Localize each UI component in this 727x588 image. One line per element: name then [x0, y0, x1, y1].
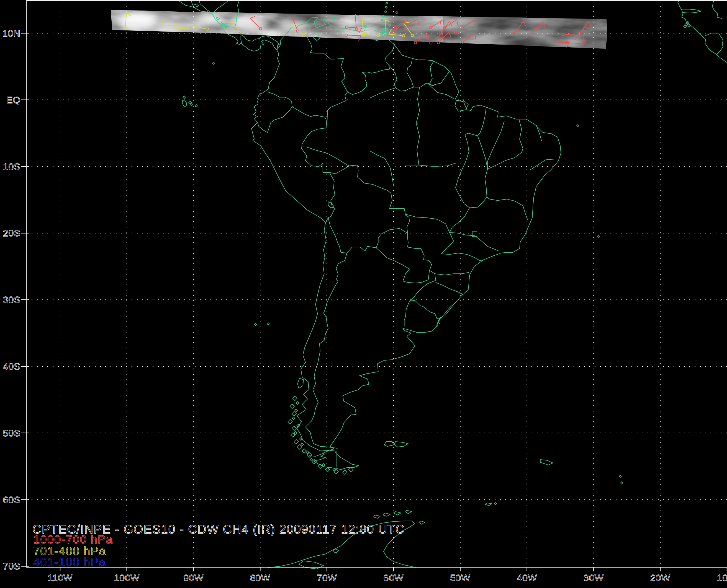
cloud-blob	[278, 20, 309, 33]
cloud-blob	[119, 28, 141, 38]
africa-west-coast	[678, 1, 727, 71]
legend-item-low-level: 1000-700 hPa	[33, 533, 113, 546]
chilean-fjord-islands-2	[294, 432, 297, 435]
axis-frame-and-ticks	[21, 1, 727, 571]
cloud-blob	[154, 20, 184, 35]
cloud-blob	[180, 21, 202, 32]
cocos-island	[213, 62, 215, 64]
border-guyana-suriname	[407, 60, 413, 87]
lat-label: 60S	[3, 495, 21, 505]
lat-label: 50S	[3, 428, 21, 438]
chilean-fjord-islands	[343, 470, 347, 475]
south-shetland-4	[405, 510, 411, 513]
south-shetland-2	[383, 513, 390, 516]
border-suriname-brazil	[417, 83, 433, 87]
alexander-island	[299, 561, 323, 569]
chilean-fjord-islands	[325, 467, 330, 472]
lon-label: 60W	[384, 572, 404, 583]
cloud-blob	[306, 34, 326, 43]
state-ma-pi	[488, 121, 504, 169]
chilean-fjord-islands	[292, 426, 296, 430]
state-pe-al	[546, 159, 554, 160]
state-se-ba	[530, 160, 546, 170]
state-ms-east	[440, 220, 453, 254]
state-to-east	[468, 133, 488, 197]
border-uruguay-brazil	[410, 300, 440, 327]
state-mt-pa	[405, 163, 456, 167]
lon-label: 20W	[650, 572, 670, 583]
south-orkney-speck	[494, 503, 497, 505]
border-bolivia-argentina	[347, 247, 376, 253]
state-mt-ms	[406, 214, 440, 220]
lesser-antilles-specks	[396, 11, 398, 14]
cloud-blob	[593, 22, 604, 28]
atlantic-islet-noronha	[577, 125, 579, 127]
state-ba-mg	[487, 197, 528, 220]
state-pr-sc	[435, 273, 469, 275]
south-sandwich-islands	[619, 475, 622, 477]
lon-label: 40W	[517, 572, 537, 583]
border-argentina-uruguay	[404, 301, 410, 327]
lake-titicaca	[328, 202, 334, 208]
lon-label: 80W	[250, 572, 270, 583]
falkland-west	[384, 442, 393, 446]
chilean-fjord-islands	[297, 445, 302, 449]
lesser-antilles-specks	[384, 11, 387, 13]
chilean-fjord-islands	[292, 412, 296, 416]
caption-block: CPTEC/INPE - GOES10 - CDW CH4 (IR) 20090…	[33, 522, 405, 569]
chilean-fjord-islands	[290, 404, 295, 408]
chilean-fjord-islands	[334, 469, 339, 474]
state-go-mg-sp	[449, 208, 499, 251]
border-argentina-brazil	[410, 270, 436, 301]
swath-texture	[109, 8, 609, 50]
lon-label: 10W	[717, 572, 727, 583]
goes-satellite-wind-map: 10NEQ10S20S30S40S50S60S70S110W100W90W80W…	[0, 0, 727, 588]
chilean-fjord-islands-2	[310, 458, 313, 461]
border-colombia-peru	[292, 107, 327, 128]
lat-label: 20S	[3, 228, 21, 238]
state-pa-ma	[478, 107, 486, 136]
senegal-east-border	[712, 1, 722, 19]
juan-fernandez-islands	[255, 323, 257, 326]
lon-label: 110W	[48, 572, 73, 583]
border-bolivia-chile	[328, 218, 347, 253]
lat-label: 30S	[3, 294, 21, 305]
border-venezuela-guyana	[362, 44, 395, 73]
lon-label: 50W	[450, 572, 470, 583]
joinville-island	[419, 521, 425, 524]
dark-shade	[443, 8, 609, 50]
state-ac-am	[307, 147, 349, 166]
south-georgia	[540, 460, 553, 465]
border-suriname-frenchguiana	[429, 61, 434, 86]
border-guyana-brazil	[389, 65, 417, 91]
border-ecuador-peru	[258, 107, 292, 132]
border-colombia-brazil	[327, 92, 348, 128]
border-argentina-chile	[305, 253, 347, 448]
cloud-blob	[510, 23, 521, 29]
gambia-border-north	[682, 9, 701, 11]
chiloe-island	[298, 378, 304, 388]
south-sandwich-islands	[621, 482, 623, 484]
state-ro	[370, 151, 393, 186]
border-bolivia-brazil	[329, 165, 410, 233]
patos-lagoon	[445, 302, 456, 316]
chilean-fjord-islands	[288, 419, 292, 424]
chilean-fjord-islands	[294, 439, 298, 444]
border-paraguay-argentina	[376, 248, 429, 283]
lat-label: 70S	[3, 561, 21, 571]
lon-label: 100W	[114, 572, 140, 583]
state-pi-ce	[519, 119, 523, 152]
legend-item-high-level: 401-100 hPa	[33, 555, 106, 569]
border-bolivia-paraguay	[376, 229, 407, 248]
falkland-east	[394, 442, 408, 447]
border-paraguay-brazil	[408, 233, 432, 270]
state-ce-pb	[536, 125, 542, 141]
lat-label: EQ	[6, 94, 20, 105]
atlantic-islet-trindade	[597, 235, 599, 237]
cloud-blob	[338, 16, 357, 25]
chilean-fjord-islands	[293, 396, 297, 401]
lon-label: 70W	[317, 572, 337, 583]
chilean-fjord-islands-2	[292, 417, 295, 420]
chilean-fjord-islands	[349, 467, 353, 472]
cloud-blob	[119, 13, 158, 31]
